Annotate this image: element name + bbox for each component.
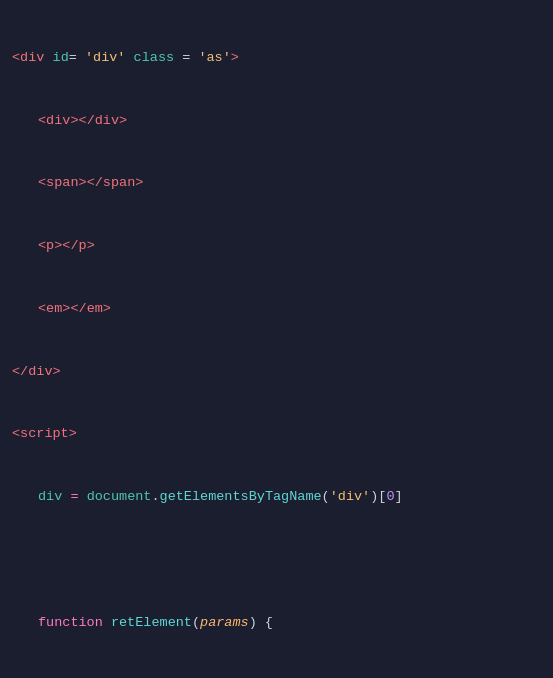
- line-8: div = document.getElementsByTagName('div…: [10, 487, 553, 508]
- line-6: </div>: [10, 362, 553, 383]
- bracket-close: >: [231, 50, 239, 65]
- line-10: function retElement(params) {: [10, 613, 553, 634]
- line-1: <div id= 'div' class = 'as'>: [10, 48, 553, 69]
- tag-name: div: [20, 50, 44, 65]
- line-7: <script>: [10, 424, 553, 445]
- attr-id-val: 'div': [85, 50, 126, 65]
- line-4: <p></p>: [10, 236, 553, 257]
- line-2: <div></div>: [10, 111, 553, 132]
- attr-class: class: [134, 50, 175, 65]
- attr-class-val: 'as': [198, 50, 230, 65]
- line-9: [10, 550, 553, 571]
- line-5: <em></em>: [10, 299, 553, 320]
- bracket: <: [12, 50, 20, 65]
- code-editor: <div id= 'div' class = 'as'> <div></div>…: [10, 6, 553, 678]
- line-3: <span></span>: [10, 173, 553, 194]
- attr-id: id: [53, 50, 69, 65]
